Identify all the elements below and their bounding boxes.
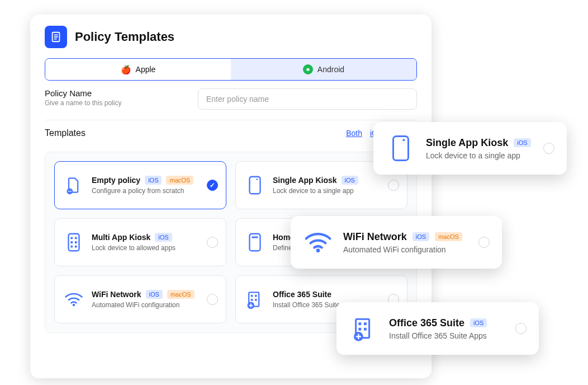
svg-point-4 bbox=[68, 191, 69, 192]
template-card-wifi[interactable]: WiFi Network iOS macOS Automated WiFi co… bbox=[54, 275, 226, 323]
policy-name-label: Policy Name bbox=[45, 88, 184, 98]
svg-point-18 bbox=[73, 304, 75, 307]
svg-rect-9 bbox=[69, 234, 79, 251]
template-radio[interactable] bbox=[478, 237, 490, 248]
template-desc: Automated WiFi configuration bbox=[92, 301, 200, 309]
header: Policy Templates bbox=[45, 26, 417, 48]
template-radio[interactable] bbox=[388, 180, 399, 191]
template-title: WiFi Network bbox=[92, 290, 141, 299]
svg-rect-30 bbox=[364, 322, 367, 325]
template-desc: Lock device to allowed apps bbox=[92, 244, 200, 252]
template-radio[interactable] bbox=[515, 323, 527, 334]
phone-grid-icon bbox=[63, 231, 85, 253]
segment-android[interactable]: Android bbox=[231, 59, 416, 80]
ios-badge: iOS bbox=[146, 290, 163, 299]
wifi-icon bbox=[63, 288, 85, 311]
svg-rect-20 bbox=[251, 295, 253, 297]
svg-point-27 bbox=[316, 248, 320, 252]
document-icon bbox=[45, 26, 67, 48]
svg-rect-15 bbox=[75, 246, 77, 248]
float-desc: Lock device to a single app bbox=[426, 151, 533, 160]
svg-rect-22 bbox=[251, 299, 253, 301]
phone-icon bbox=[244, 174, 266, 196]
svg-point-2 bbox=[309, 68, 309, 68]
building-plus-icon bbox=[244, 288, 266, 311]
svg-rect-7 bbox=[250, 177, 260, 194]
svg-rect-16 bbox=[250, 234, 260, 251]
ios-badge: iOS bbox=[342, 176, 358, 185]
template-title: Single App Kiosk bbox=[273, 176, 337, 185]
ios-badge: iOS bbox=[514, 138, 530, 147]
template-card-empty-policy[interactable]: Empty policy iOS macOS Configure a polic… bbox=[54, 161, 226, 209]
float-title: Single App Kiosk bbox=[426, 137, 508, 149]
macos-badge: macOS bbox=[435, 232, 462, 241]
svg-rect-21 bbox=[255, 295, 257, 297]
svg-rect-12 bbox=[70, 241, 73, 243]
platform-segmented-control: 🍎 Apple Android bbox=[45, 58, 417, 81]
template-radio[interactable] bbox=[207, 294, 218, 305]
svg-rect-29 bbox=[358, 322, 361, 325]
float-card-single-app-kiosk[interactable]: Single App Kiosk iOS Lock device to a si… bbox=[373, 122, 567, 175]
template-title: Office 365 Suite bbox=[273, 290, 331, 299]
template-title: Multi App Kiosk bbox=[92, 233, 150, 242]
macos-badge: macOS bbox=[166, 176, 193, 185]
segment-apple[interactable]: 🍎 Apple bbox=[45, 59, 231, 80]
svg-rect-25 bbox=[393, 136, 409, 160]
segment-android-label: Android bbox=[317, 65, 344, 74]
float-title: Office 365 Suite bbox=[389, 317, 464, 329]
ios-badge: iOS bbox=[145, 176, 162, 185]
templates-section-title: Templates bbox=[45, 128, 86, 138]
ios-badge: iOS bbox=[470, 318, 487, 327]
macos-badge: macOS bbox=[167, 290, 195, 299]
policy-name-row: Policy Name Give a name to this policy bbox=[45, 88, 417, 110]
template-desc: Lock device to a single app bbox=[273, 187, 381, 195]
policy-name-input[interactable] bbox=[198, 88, 417, 110]
page-title: Policy Templates bbox=[75, 30, 174, 44]
ios-badge: iOS bbox=[412, 232, 429, 241]
svg-point-5 bbox=[69, 191, 70, 192]
svg-rect-31 bbox=[358, 328, 361, 331]
float-desc: Install Office 365 Suite Apps bbox=[389, 331, 505, 340]
svg-rect-11 bbox=[75, 237, 77, 240]
svg-point-8 bbox=[256, 179, 258, 180]
policy-name-info: Policy Name Give a name to this policy bbox=[45, 88, 184, 107]
ios-badge: iOS bbox=[155, 233, 172, 242]
template-radio[interactable] bbox=[207, 237, 218, 248]
phone-icon bbox=[244, 231, 266, 253]
float-title: WiFi Network bbox=[343, 231, 407, 243]
template-radio[interactable] bbox=[543, 143, 554, 154]
svg-point-6 bbox=[70, 191, 72, 192]
templates-header-row: Templates Both iOS macOS bbox=[45, 120, 417, 138]
svg-rect-10 bbox=[70, 237, 73, 240]
android-icon bbox=[303, 64, 313, 74]
apple-icon: 🍎 bbox=[121, 65, 131, 74]
template-title: Empty policy bbox=[92, 176, 140, 185]
template-card-multi-app-kiosk[interactable]: Multi App Kiosk iOS Lock device to allow… bbox=[54, 218, 226, 266]
svg-rect-13 bbox=[75, 241, 77, 243]
svg-rect-32 bbox=[364, 328, 367, 331]
float-card-office365[interactable]: Office 365 Suite iOS Install Office 365 … bbox=[336, 302, 539, 355]
svg-point-1 bbox=[307, 68, 307, 68]
segment-apple-label: Apple bbox=[136, 65, 156, 74]
policy-name-help: Give a name to this policy bbox=[45, 99, 184, 107]
wifi-icon bbox=[303, 227, 333, 257]
filter-both[interactable]: Both bbox=[346, 129, 362, 138]
float-desc: Automated WiFi configuration bbox=[343, 245, 468, 254]
template-radio[interactable] bbox=[207, 180, 218, 191]
float-card-wifi[interactable]: WiFi Network iOS macOS Automated WiFi co… bbox=[291, 216, 502, 269]
svg-rect-14 bbox=[70, 246, 73, 248]
svg-rect-17 bbox=[252, 237, 258, 238]
phone-icon bbox=[386, 133, 416, 163]
svg-rect-23 bbox=[255, 299, 257, 301]
file-icon bbox=[63, 174, 85, 196]
building-plus-icon bbox=[349, 313, 379, 344]
template-desc: Configure a policy from scratch bbox=[92, 187, 200, 195]
svg-point-26 bbox=[402, 139, 405, 141]
